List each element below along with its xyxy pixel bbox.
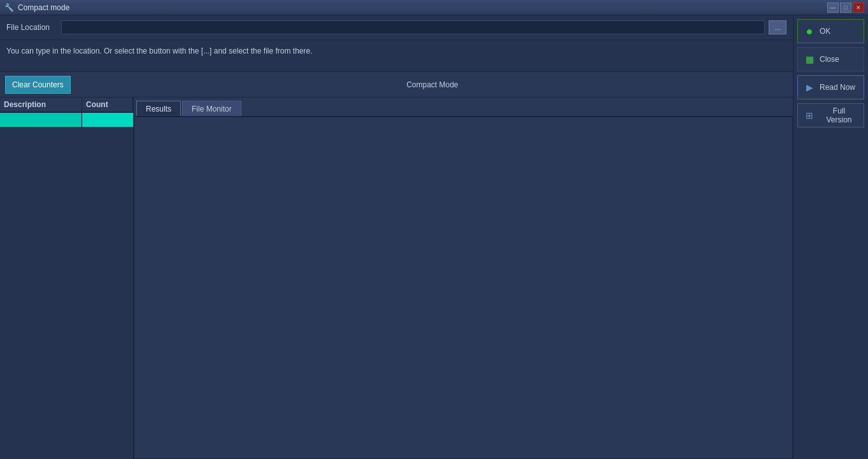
tab-file-monitor[interactable]: File Monitor bbox=[182, 101, 241, 116]
compact-mode-label: Compact Mode bbox=[406, 80, 458, 89]
full-version-button[interactable]: ⊞ Full Version bbox=[797, 103, 864, 127]
read-now-button[interactable]: ▶ Read Now bbox=[797, 75, 864, 99]
minimize-button[interactable]: — bbox=[827, 3, 839, 13]
right-panel: Results File Monitor bbox=[134, 98, 793, 459]
help-text: You can type in the location. Or select … bbox=[0, 40, 793, 72]
counters-table: Description Count bbox=[0, 98, 134, 459]
maximize-button[interactable]: □ bbox=[840, 3, 851, 13]
ok-label: OK bbox=[820, 27, 830, 36]
ok-button[interactable]: ● OK bbox=[797, 19, 864, 43]
col-description-header: Description bbox=[0, 98, 82, 112]
main-container: File Location ... You can type in the lo… bbox=[0, 15, 868, 459]
browse-button[interactable]: ... bbox=[769, 20, 786, 34]
results-area bbox=[134, 117, 793, 459]
toolbar-row: Clear Counters Compact Mode bbox=[0, 72, 793, 98]
row-description bbox=[0, 113, 82, 127]
close-icon: ▦ bbox=[803, 54, 816, 64]
content-area: Description Count Results File Monitor bbox=[0, 98, 793, 459]
close-button[interactable]: ▦ Close bbox=[797, 47, 864, 71]
titlebar: 🔧 Compact mode — □ ✕ bbox=[0, 0, 868, 15]
full-version-icon: ⊞ bbox=[803, 110, 816, 120]
window-title: Compact mode bbox=[18, 3, 827, 12]
file-location-row: File Location ... bbox=[0, 15, 793, 40]
table-row bbox=[0, 113, 133, 127]
table-header: Description Count bbox=[0, 98, 133, 113]
file-location-label: File Location bbox=[6, 23, 57, 32]
left-panel: File Location ... You can type in the lo… bbox=[0, 15, 793, 459]
tab-results[interactable]: Results bbox=[136, 101, 181, 116]
tabs-row: Results File Monitor bbox=[134, 98, 793, 117]
row-count bbox=[82, 113, 133, 127]
read-now-icon: ▶ bbox=[803, 82, 816, 92]
window-controls: — □ ✕ bbox=[827, 3, 864, 13]
read-now-label: Read Now bbox=[820, 83, 855, 92]
col-count-header: Count bbox=[82, 98, 133, 112]
close-window-button[interactable]: ✕ bbox=[853, 3, 864, 13]
right-sidebar: ● OK ▦ Close ▶ Read Now ⊞ Full Version bbox=[793, 15, 868, 459]
title-icon: 🔧 bbox=[4, 3, 14, 13]
clear-counters-button[interactable]: Clear Counters bbox=[5, 76, 71, 94]
file-location-input[interactable] bbox=[61, 20, 765, 34]
full-version-label: Full Version bbox=[820, 106, 858, 124]
ok-icon: ● bbox=[803, 25, 816, 38]
close-label: Close bbox=[820, 55, 839, 64]
